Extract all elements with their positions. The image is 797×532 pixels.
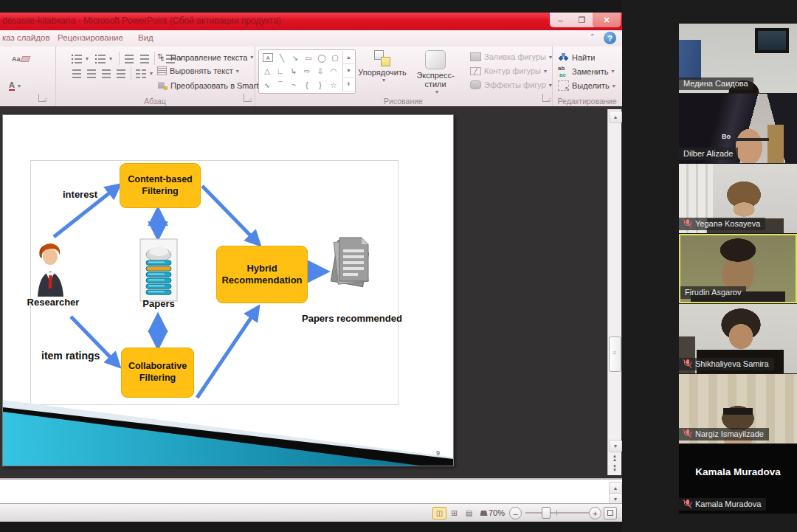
decrease-indent-button[interactable] [123, 52, 137, 66]
align-text-button[interactable]: Выровнять текст [157, 66, 239, 75]
slide-canvas[interactable]: Researcher [2, 114, 454, 466]
shape-option-17[interactable]: ☆ [327, 78, 340, 91]
scrollbar-thumb[interactable] [609, 336, 621, 372]
screen: desasiie-kitabxana - Microsoft PowerPoin… [0, 0, 797, 532]
powerpoint-window: desasiie-kitabxana - Microsoft PowerPoin… [0, 13, 622, 521]
align-center-button[interactable] [85, 66, 99, 80]
shape-option-14[interactable]: ~ [287, 78, 300, 91]
item-ratings-label: item ratings [41, 350, 100, 362]
shape-fill-button[interactable]: Заливка фигуры [470, 52, 552, 61]
increase-indent-button[interactable] [138, 52, 152, 66]
align-right-button[interactable] [100, 66, 114, 80]
scroll-up-icon[interactable]: ▲ [609, 111, 622, 123]
shape-outline-button[interactable]: Контур фигуры [470, 66, 547, 75]
papers-stack-icon[interactable] [328, 230, 379, 305]
slide-editor-area: Researcher [0, 106, 622, 478]
help-icon[interactable]: ? [604, 32, 616, 44]
drawing-dialog-launcher[interactable] [542, 94, 551, 102]
zoom-in-button[interactable]: + [589, 507, 601, 519]
collaborative-filtering-node[interactable]: Collaborative Filtering [121, 348, 194, 398]
tab-review[interactable]: Рецензирование [58, 33, 123, 42]
increase-indent-icon [139, 54, 151, 63]
tab-view[interactable]: Вид [138, 33, 153, 42]
shape-option-9[interactable]: ⇨ [300, 65, 314, 78]
shape-option-3[interactable]: ▭ [302, 51, 315, 64]
participant-tile-dilber[interactable]: BoDilber Alizade [679, 94, 797, 163]
shape-option-0[interactable]: A [263, 53, 273, 62]
ribbon-group-editing: Найти Заменить Выделить Редактирование [552, 46, 622, 106]
shape-option-1[interactable]: ╲ [275, 51, 289, 64]
participant-tile-medina[interactable]: Медина Саидова [679, 24, 797, 93]
zoom-level[interactable]: 70% [489, 508, 505, 517]
close-button[interactable]: ✕ [593, 13, 621, 27]
slide-sorter-view-button[interactable]: ⊞ [447, 507, 461, 519]
scroll-down-icon[interactable]: ▼ [609, 440, 622, 452]
zoom-out-button[interactable]: – [509, 507, 522, 519]
muted-mic-icon [683, 429, 691, 438]
ribbon: Аа А ⇕ [0, 46, 622, 107]
quick-styles-button[interactable]: Экспресс-стили [409, 49, 462, 96]
replace-button[interactable]: Заменить [558, 66, 614, 76]
gallery-more-icon[interactable]: ⇟ [343, 78, 354, 91]
find-button[interactable]: Найти [558, 52, 595, 62]
participant-tile-yegana[interactable]: Yeganə Kosayeva [679, 164, 797, 233]
font-dialog-launcher[interactable] [38, 94, 46, 102]
next-slide-icon[interactable]: ▼▼ [610, 465, 620, 472]
researcher-icon[interactable] [30, 241, 71, 297]
columns-button[interactable] [134, 66, 154, 80]
binoculars-icon [558, 52, 569, 62]
shape-option-5[interactable]: ▢ [328, 51, 342, 64]
tab-slideshow-partial[interactable]: каз слайдов [2, 33, 50, 42]
ribbon-group-font-partial: Аа А [0, 46, 56, 106]
gallery-scroll-down-icon[interactable]: ▼ [343, 64, 354, 77]
normal-view-button[interactable]: ◫ [432, 507, 446, 519]
participant-tile-nargiz[interactable]: Nargiz Ismayilzade [679, 374, 797, 443]
shape-fill-icon [470, 52, 481, 61]
paragraph-dialog-launcher[interactable] [244, 94, 252, 102]
notes-pane[interactable]: ▲ ▼ [0, 478, 622, 505]
shape-option-11[interactable]: ◠ [327, 65, 340, 78]
participant-tile-firudin[interactable]: Firudin Asgarov [679, 234, 797, 303]
shape-option-10[interactable]: ⇩ [314, 65, 327, 78]
select-button[interactable]: Выделить [558, 80, 615, 91]
shape-option-8[interactable]: ↳ [287, 65, 300, 78]
title-bar[interactable]: desasiie-kitabxana - Microsoft PowerPoin… [0, 13, 622, 30]
participant-tile-kamala[interactable]: Kamala MuradovaKamala Muradova [679, 444, 797, 514]
zoom-slider-track[interactable] [525, 512, 589, 514]
group-label-editing: Редактирование [552, 97, 622, 106]
text-direction-button[interactable]: ⇅ Направление текста [157, 52, 253, 62]
papers-database-icon[interactable] [139, 238, 178, 302]
shape-effects-icon [470, 80, 481, 89]
bullets-button[interactable] [70, 52, 90, 66]
vertical-scrollbar[interactable]: ▲ ▼ ▲▲ ▼▼ [607, 109, 621, 475]
previous-slide-icon[interactable]: ▲▲ [610, 455, 620, 462]
align-left-button[interactable] [70, 66, 84, 80]
shape-option-13[interactable]: ⌒ [274, 78, 287, 91]
shape-option-7[interactable]: ∟ [274, 65, 287, 78]
shape-option-15[interactable]: { [300, 78, 314, 91]
font-color-button[interactable]: А [7, 79, 22, 93]
minimize-button[interactable]: – [550, 13, 571, 27]
arrange-button[interactable]: Упорядочить [356, 49, 409, 96]
shape-effects-button[interactable]: Эффекты фигур [470, 80, 552, 89]
muted-mic-icon [683, 359, 691, 368]
collapse-ribbon-icon[interactable]: ⌃ [590, 32, 596, 41]
participant-tile-samira[interactable]: Shikhaliyeva Samira [679, 304, 797, 373]
content-based-filtering-node[interactable]: Content-based Filtering [120, 163, 201, 208]
restore-button[interactable]: ❐ [571, 13, 593, 27]
shape-option-6[interactable]: △ [261, 65, 274, 78]
zoom-slider-thumb[interactable] [542, 507, 551, 519]
align-center-icon [86, 69, 97, 78]
shape-option-2[interactable]: ↘ [289, 51, 302, 64]
fit-to-window-button[interactable] [604, 507, 617, 519]
shape-option-4[interactable]: ◯ [315, 51, 328, 64]
justify-button[interactable] [114, 66, 128, 80]
hybrid-recommendation-node[interactable]: Hybrid Recommendation [216, 246, 308, 303]
gallery-scroll-up-icon[interactable]: ▲ [343, 51, 354, 64]
shape-option-16[interactable]: } [314, 78, 327, 91]
reading-view-button[interactable]: ▤ [462, 507, 476, 519]
shape-option-12[interactable]: ∿ [261, 78, 274, 91]
clear-formatting-button[interactable]: Аа [10, 52, 31, 66]
select-cursor-icon [558, 80, 569, 91]
numbering-button[interactable] [94, 52, 114, 66]
